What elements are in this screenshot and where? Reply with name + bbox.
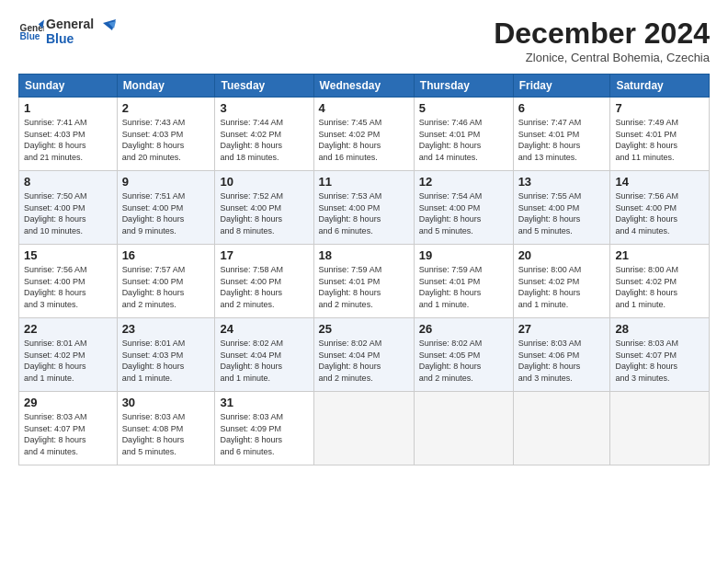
day-number: 16 bbox=[122, 248, 210, 262]
day-number: 9 bbox=[122, 175, 210, 189]
calendar-cell: 4Sunrise: 7:45 AMSunset: 4:02 PMDaylight… bbox=[313, 98, 414, 171]
th-thursday: Thursday bbox=[414, 75, 513, 98]
day-number: 5 bbox=[419, 101, 508, 115]
logo-icon: General Blue bbox=[18, 18, 44, 44]
day-info: Sunrise: 7:58 AMSunset: 4:00 PMDaylight:… bbox=[220, 264, 308, 310]
calendar-cell: 9Sunrise: 7:51 AMSunset: 4:00 PMDaylight… bbox=[117, 171, 215, 245]
day-number: 7 bbox=[615, 101, 704, 115]
location: Zlonice, Central Bohemia, Czechia bbox=[494, 51, 710, 64]
calendar-cell: 2Sunrise: 7:43 AMSunset: 4:03 PMDaylight… bbox=[117, 98, 215, 171]
th-saturday: Saturday bbox=[610, 75, 710, 98]
day-number: 29 bbox=[24, 396, 112, 409]
day-number: 2 bbox=[122, 101, 210, 115]
day-number: 24 bbox=[220, 322, 308, 336]
calendar-cell: 25Sunrise: 8:02 AMSunset: 4:04 PMDayligh… bbox=[313, 318, 414, 392]
day-info: Sunrise: 7:57 AMSunset: 4:00 PMDaylight:… bbox=[122, 264, 210, 310]
calendar-cell: 16Sunrise: 7:57 AMSunset: 4:00 PMDayligh… bbox=[117, 245, 215, 318]
day-info: Sunrise: 7:45 AMSunset: 4:02 PMDaylight:… bbox=[319, 117, 409, 163]
th-friday: Friday bbox=[513, 75, 610, 98]
day-number: 13 bbox=[518, 175, 606, 189]
calendar-cell: 22Sunrise: 8:01 AMSunset: 4:02 PMDayligh… bbox=[19, 318, 118, 392]
day-info: Sunrise: 8:00 AMSunset: 4:02 PMDaylight:… bbox=[518, 264, 606, 310]
calendar-cell: 26Sunrise: 8:02 AMSunset: 4:05 PMDayligh… bbox=[414, 318, 513, 392]
calendar-cell: 15Sunrise: 7:56 AMSunset: 4:00 PMDayligh… bbox=[19, 245, 118, 318]
day-number: 8 bbox=[24, 175, 112, 189]
day-info: Sunrise: 8:01 AMSunset: 4:02 PMDaylight:… bbox=[24, 338, 112, 384]
th-monday: Monday bbox=[117, 75, 215, 98]
day-info: Sunrise: 8:03 AMSunset: 4:07 PMDaylight:… bbox=[615, 338, 704, 384]
day-number: 18 bbox=[319, 248, 409, 262]
day-number: 20 bbox=[518, 248, 606, 262]
day-info: Sunrise: 7:50 AMSunset: 4:00 PMDaylight:… bbox=[24, 190, 112, 236]
calendar-cell: 10Sunrise: 7:52 AMSunset: 4:00 PMDayligh… bbox=[215, 171, 313, 245]
day-number: 27 bbox=[518, 322, 606, 336]
day-info: Sunrise: 8:03 AMSunset: 4:07 PMDaylight:… bbox=[24, 411, 112, 457]
th-wednesday: Wednesday bbox=[313, 75, 414, 98]
page: General Blue General Blue December 2024 … bbox=[0, 0, 728, 477]
day-number: 11 bbox=[319, 175, 409, 189]
day-info: Sunrise: 7:49 AMSunset: 4:01 PMDaylight:… bbox=[615, 117, 704, 163]
calendar-cell bbox=[513, 392, 610, 465]
day-number: 25 bbox=[319, 322, 409, 336]
day-number: 10 bbox=[220, 175, 308, 189]
day-info: Sunrise: 7:56 AMSunset: 4:00 PMDaylight:… bbox=[24, 264, 112, 310]
day-info: Sunrise: 7:44 AMSunset: 4:02 PMDaylight:… bbox=[220, 117, 308, 163]
calendar-cell: 30Sunrise: 8:03 AMSunset: 4:08 PMDayligh… bbox=[117, 392, 215, 465]
day-info: Sunrise: 7:51 AMSunset: 4:00 PMDaylight:… bbox=[122, 190, 210, 236]
calendar-cell: 20Sunrise: 8:00 AMSunset: 4:02 PMDayligh… bbox=[513, 245, 610, 318]
day-number: 12 bbox=[419, 175, 508, 189]
calendar-row: 15Sunrise: 7:56 AMSunset: 4:00 PMDayligh… bbox=[19, 245, 710, 318]
calendar-row: 29Sunrise: 8:03 AMSunset: 4:07 PMDayligh… bbox=[19, 392, 710, 465]
day-number: 15 bbox=[24, 248, 112, 262]
th-tuesday: Tuesday bbox=[215, 75, 313, 98]
calendar-row: 1Sunrise: 7:41 AMSunset: 4:03 PMDaylight… bbox=[19, 98, 710, 171]
calendar-cell: 14Sunrise: 7:56 AMSunset: 4:00 PMDayligh… bbox=[610, 171, 710, 245]
title-area: December 2024 Zlonice, Central Bohemia, … bbox=[494, 17, 710, 64]
day-number: 31 bbox=[220, 396, 308, 409]
day-info: Sunrise: 7:41 AMSunset: 4:03 PMDaylight:… bbox=[24, 117, 112, 163]
calendar-cell: 8Sunrise: 7:50 AMSunset: 4:00 PMDaylight… bbox=[19, 171, 118, 245]
day-info: Sunrise: 8:02 AMSunset: 4:05 PMDaylight:… bbox=[419, 338, 508, 384]
calendar-cell bbox=[414, 392, 513, 465]
day-info: Sunrise: 8:00 AMSunset: 4:02 PMDaylight:… bbox=[615, 264, 704, 310]
calendar-table: Sunday Monday Tuesday Wednesday Thursday… bbox=[18, 74, 710, 465]
day-number: 14 bbox=[615, 175, 704, 189]
calendar-cell: 28Sunrise: 8:03 AMSunset: 4:07 PMDayligh… bbox=[610, 318, 710, 392]
logo: General Blue General Blue bbox=[18, 17, 116, 46]
day-info: Sunrise: 7:53 AMSunset: 4:00 PMDaylight:… bbox=[319, 190, 409, 236]
calendar-cell: 23Sunrise: 8:01 AMSunset: 4:03 PMDayligh… bbox=[117, 318, 215, 392]
day-info: Sunrise: 7:55 AMSunset: 4:00 PMDaylight:… bbox=[518, 190, 606, 236]
calendar-cell: 11Sunrise: 7:53 AMSunset: 4:00 PMDayligh… bbox=[313, 171, 414, 245]
calendar-cell: 21Sunrise: 8:00 AMSunset: 4:02 PMDayligh… bbox=[610, 245, 710, 318]
day-number: 1 bbox=[24, 101, 112, 115]
day-number: 28 bbox=[615, 322, 704, 336]
logo-bird-icon bbox=[96, 19, 116, 40]
day-number: 23 bbox=[122, 322, 210, 336]
calendar-cell: 13Sunrise: 7:55 AMSunset: 4:00 PMDayligh… bbox=[513, 171, 610, 245]
day-info: Sunrise: 8:03 AMSunset: 4:09 PMDaylight:… bbox=[220, 411, 308, 457]
calendar-cell: 1Sunrise: 7:41 AMSunset: 4:03 PMDaylight… bbox=[19, 98, 118, 171]
th-sunday: Sunday bbox=[19, 75, 118, 98]
calendar-cell bbox=[313, 392, 414, 465]
calendar-body: 1Sunrise: 7:41 AMSunset: 4:03 PMDaylight… bbox=[19, 98, 710, 465]
calendar-row: 8Sunrise: 7:50 AMSunset: 4:00 PMDaylight… bbox=[19, 171, 710, 245]
day-info: Sunrise: 8:02 AMSunset: 4:04 PMDaylight:… bbox=[319, 338, 409, 384]
day-number: 21 bbox=[615, 248, 704, 262]
calendar-row: 22Sunrise: 8:01 AMSunset: 4:02 PMDayligh… bbox=[19, 318, 710, 392]
day-info: Sunrise: 8:03 AMSunset: 4:08 PMDaylight:… bbox=[122, 411, 210, 457]
day-info: Sunrise: 8:01 AMSunset: 4:03 PMDaylight:… bbox=[122, 338, 210, 384]
day-info: Sunrise: 7:54 AMSunset: 4:00 PMDaylight:… bbox=[419, 190, 508, 236]
day-number: 6 bbox=[518, 101, 606, 115]
logo-line2: Blue bbox=[46, 31, 94, 46]
day-info: Sunrise: 7:43 AMSunset: 4:03 PMDaylight:… bbox=[122, 117, 210, 163]
logo-line1: General bbox=[46, 17, 94, 31]
calendar-cell: 24Sunrise: 8:02 AMSunset: 4:04 PMDayligh… bbox=[215, 318, 313, 392]
calendar-cell: 17Sunrise: 7:58 AMSunset: 4:00 PMDayligh… bbox=[215, 245, 313, 318]
day-info: Sunrise: 7:46 AMSunset: 4:01 PMDaylight:… bbox=[419, 117, 508, 163]
day-number: 17 bbox=[220, 248, 308, 262]
day-number: 22 bbox=[24, 322, 112, 336]
calendar-cell: 19Sunrise: 7:59 AMSunset: 4:01 PMDayligh… bbox=[414, 245, 513, 318]
svg-text:Blue: Blue bbox=[20, 31, 40, 41]
day-info: Sunrise: 8:03 AMSunset: 4:06 PMDaylight:… bbox=[518, 338, 606, 384]
calendar-cell: 27Sunrise: 8:03 AMSunset: 4:06 PMDayligh… bbox=[513, 318, 610, 392]
